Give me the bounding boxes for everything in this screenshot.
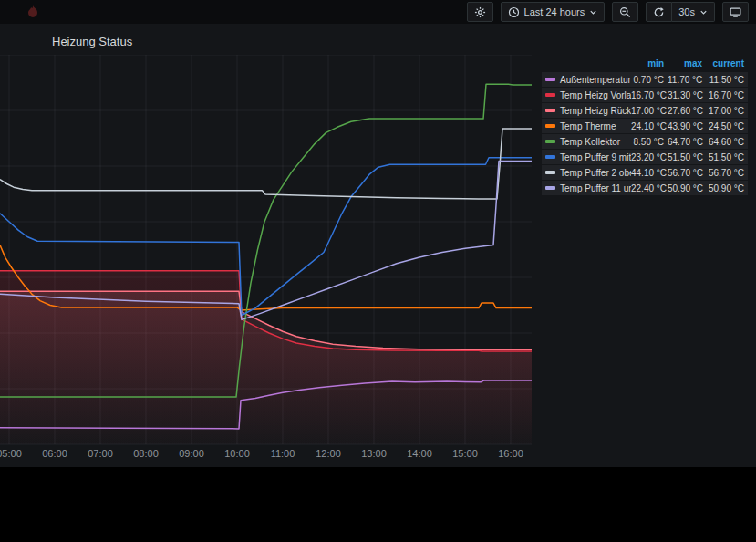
chevron-down-icon — [589, 8, 597, 16]
time-range-label: Last 24 hours — [524, 7, 585, 17]
panel-title[interactable]: Heizung Status — [52, 35, 132, 48]
series-current: 24.50 °C — [706, 121, 748, 131]
monitor-icon — [730, 6, 741, 18]
refresh-icon — [653, 6, 665, 18]
series-name[interactable]: Temp Heizg Vorlauf — [560, 90, 631, 100]
series-min: 16.70 °C — [631, 90, 668, 100]
series-max: 50.90 °C — [668, 183, 706, 193]
x-axis-label: 06:00 — [42, 448, 67, 459]
series-color-swatch — [545, 109, 555, 112]
series-current: 16.70 °C — [706, 90, 748, 100]
series-min: 8.50 °C — [631, 137, 668, 147]
x-axis-label: 10:00 — [224, 448, 250, 459]
x-axis-label: 15:00 — [452, 448, 478, 459]
series-name[interactable]: Temp Therme — [560, 121, 616, 131]
chevron-down-icon — [699, 8, 708, 16]
legend-header-max[interactable]: max — [668, 58, 706, 68]
series-color-swatch — [545, 78, 555, 81]
legend-row[interactable]: Temp Puffer 11 unten 22.40 °C 50.90 °C 5… — [542, 181, 748, 195]
legend-row[interactable]: Temp Heizg Rücklauf 17.00 °C 27.60 °C 17… — [542, 103, 748, 118]
series-color-swatch — [545, 93, 555, 97]
series-name[interactable]: Temp Kollektor — [560, 137, 620, 147]
x-axis-label: 12:00 — [316, 448, 341, 459]
toolbar: Last 24 hours 30s — [0, 0, 756, 24]
series-color-swatch — [545, 155, 555, 159]
zoom-out-button[interactable] — [612, 2, 638, 22]
legend-row[interactable]: Temp Kollektor 8.50 °C 64.70 °C 64.60 °C — [542, 134, 748, 149]
clock-icon — [508, 6, 520, 18]
chart-canvas: 05:0006:0007:0008:0009:0010:0011:0012:00… — [0, 55, 532, 464]
series-max: 51.50 °C — [668, 152, 706, 162]
series-max: 11.70 °C — [668, 75, 706, 85]
series-name[interactable]: Temp Heizg Rücklauf — [560, 106, 631, 116]
series-fill-temp-heizg-r-cklauf — [0, 291, 532, 444]
series-name[interactable]: Temp Puffer 9 mitte — [560, 152, 631, 162]
series-min: 17.00 °C — [631, 106, 668, 116]
refresh-interval-label: 30s — [678, 7, 695, 17]
legend-header-min[interactable]: min — [631, 58, 668, 68]
series-max: 64.70 °C — [668, 137, 706, 147]
x-axis-label: 13:00 — [361, 448, 387, 459]
gear-icon — [474, 6, 486, 18]
series-color-swatch — [545, 186, 555, 190]
series-max: 27.60 °C — [668, 106, 706, 116]
series-name[interactable]: Temp Puffer 11 unten — [560, 183, 631, 193]
series-color-swatch — [545, 140, 555, 143]
x-axis-label: 05:00 — [0, 448, 22, 459]
series-current: 11.50 °C — [706, 75, 748, 85]
time-series-chart[interactable]: 05:0006:0007:0008:0009:0010:0011:0012:00… — [0, 55, 532, 464]
series-max: 31.30 °C — [668, 90, 706, 100]
series-min: 24.10 °C — [631, 121, 668, 131]
x-axis-label: 09:00 — [179, 448, 204, 459]
series-max: 56.70 °C — [668, 168, 706, 178]
refresh-interval-select[interactable]: 30s — [672, 2, 715, 22]
legend-row[interactable]: Temp Puffer 2 oben 44.10 °C 56.70 °C 56.… — [542, 165, 748, 180]
heizung-status-panel: Heizung Status 05:0006:0007:0008:0009:00… — [0, 24, 756, 467]
series-min: 0.70 °C — [631, 75, 668, 85]
legend-header-row: min max current — [542, 57, 748, 70]
series-current: 64.60 °C — [706, 137, 748, 147]
x-axis-label: 16:00 — [498, 448, 523, 459]
x-axis-label: 08:00 — [133, 448, 159, 459]
series-current: 51.50 °C — [706, 152, 748, 162]
legend-row[interactable]: Temp Puffer 9 mitte 23.20 °C 51.50 °C 51… — [542, 150, 748, 164]
series-name[interactable]: Temp Puffer 2 oben — [560, 168, 631, 178]
series-color-swatch — [545, 124, 555, 128]
panel-settings-button[interactable] — [467, 2, 493, 22]
series-max: 43.90 °C — [668, 121, 706, 131]
x-axis-label: 07:00 — [88, 448, 113, 459]
series-name[interactable]: Außentemperatur — [560, 75, 631, 85]
series-current: 17.00 °C — [706, 106, 748, 116]
time-range-picker[interactable]: Last 24 hours — [501, 2, 606, 22]
refresh-group: 30s — [646, 2, 715, 22]
series-min: 44.10 °C — [631, 168, 668, 178]
series-color-swatch — [545, 171, 555, 174]
cycle-view-button[interactable] — [722, 2, 749, 22]
zoom-out-icon — [619, 6, 631, 18]
series-current: 56.70 °C — [706, 168, 748, 178]
legend-header-current[interactable]: current — [706, 58, 748, 68]
x-axis-label: 11:00 — [271, 448, 295, 459]
refresh-button[interactable] — [646, 2, 672, 22]
grafana-logo[interactable] — [26, 5, 40, 19]
legend-row[interactable]: Temp Heizg Vorlauf 16.70 °C 31.30 °C 16.… — [542, 88, 748, 102]
legend-row[interactable]: Temp Therme 24.10 °C 43.90 °C 24.50 °C — [542, 119, 748, 133]
series-min: 22.40 °C — [631, 183, 668, 193]
x-axis-label: 14:00 — [407, 448, 432, 459]
series-current: 50.90 °C — [706, 183, 748, 193]
legend-table: min max current Außentemperatur 0.70 °C … — [542, 57, 748, 196]
legend-row[interactable]: Außentemperatur 0.70 °C 11.70 °C 11.50 °… — [542, 72, 748, 87]
series-min: 23.20 °C — [631, 152, 668, 162]
